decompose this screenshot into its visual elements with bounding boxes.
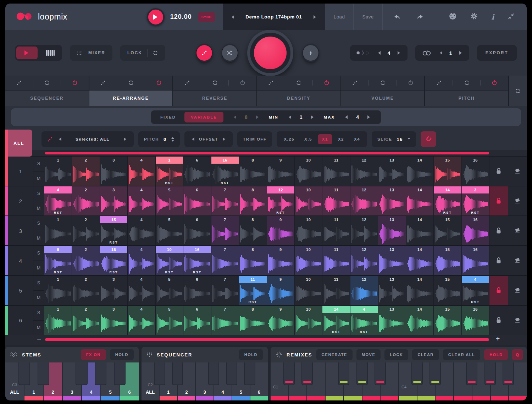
step-cell[interactable]: 2 — [72, 276, 99, 305]
step-cell[interactable]: 14 — [406, 186, 433, 215]
loop-keys-toggle[interactable] — [15, 45, 62, 61]
step-cell[interactable]: 10 — [294, 157, 322, 186]
power-icon[interactable] — [229, 80, 256, 86]
mute-button[interactable]: M — [33, 171, 44, 186]
power-icon[interactable] — [397, 80, 425, 86]
step-cell[interactable]: 2 — [72, 216, 99, 245]
dice-icon[interactable] — [257, 80, 285, 86]
preset-browser[interactable]: Demo Loop 174bpm 01 — [223, 4, 325, 30]
variable-button[interactable]: VARIABLE — [184, 112, 223, 122]
step-cell[interactable]: 8 — [239, 216, 266, 245]
step-cell[interactable]: 2 — [72, 246, 99, 275]
track-lock-button[interactable] — [489, 216, 508, 245]
step-cell[interactable]: 3RST — [461, 186, 489, 215]
magnet-button[interactable] — [421, 131, 436, 147]
refresh-all-button[interactable] — [509, 76, 527, 106]
black-key[interactable] — [503, 362, 514, 385]
slice-dropdown[interactable]: SLICE 16 — [372, 131, 416, 147]
step-cell[interactable]: 1 — [44, 216, 72, 245]
bpm-display[interactable]: 120.00 — [170, 13, 192, 21]
tab-sequencer[interactable]: SEQUENCER — [5, 76, 89, 106]
save-button[interactable]: Save — [354, 4, 382, 30]
tab-reverse[interactable]: REVERSE — [173, 76, 256, 106]
black-key[interactable] — [283, 362, 295, 385]
step-cell[interactable]: 7 — [211, 276, 239, 305]
variation-next-icon[interactable] — [398, 51, 402, 55]
step-cell[interactable]: 14 — [406, 306, 433, 335]
track-erase-button[interactable] — [508, 157, 527, 186]
midi-icon[interactable] — [449, 12, 457, 22]
export-button[interactable]: EXPORT — [477, 45, 517, 61]
step-cell[interactable]: 8 — [239, 157, 266, 186]
move-button[interactable]: MOVE — [356, 349, 381, 360]
mute-button[interactable]: M — [33, 320, 44, 335]
step-cell[interactable]: 9 — [267, 216, 294, 245]
step-cell[interactable]: 7 — [211, 216, 239, 245]
step-cell[interactable]: 13 — [378, 216, 405, 245]
step-cell[interactable]: 8 — [239, 306, 266, 335]
mute-button[interactable]: M — [33, 231, 44, 246]
preset-prev-icon[interactable] — [230, 15, 234, 19]
step-cell[interactable]: 5 — [155, 276, 183, 305]
step-cell[interactable]: 7 — [211, 246, 239, 275]
sync-button[interactable]: SYNC — [198, 12, 215, 22]
solo-button[interactable]: S — [33, 306, 44, 320]
info-icon[interactable]: i — [491, 13, 494, 21]
black-key[interactable] — [18, 362, 30, 385]
remix-hold-button[interactable]: HOLD — [484, 349, 508, 360]
black-key[interactable] — [38, 362, 49, 385]
step-cell[interactable]: 13 — [378, 157, 405, 186]
step-cell[interactable]: 4 — [127, 246, 155, 275]
mute-button[interactable]: M — [33, 290, 44, 305]
step-cell[interactable]: 10 — [294, 306, 322, 335]
step-cell[interactable]: 12 — [350, 186, 378, 215]
step-cell[interactable]: 11 — [322, 216, 350, 245]
step-cell[interactable]: 11 — [322, 157, 350, 186]
black-key[interactable] — [172, 362, 183, 385]
step-cell[interactable]: 1 — [44, 157, 72, 186]
track-erase-button[interactable] — [508, 216, 527, 245]
step-cell[interactable]: 1 — [44, 306, 72, 335]
black-key[interactable] — [466, 362, 477, 385]
track-erase-button[interactable] — [508, 306, 527, 335]
steps-prev-icon[interactable] — [232, 115, 236, 119]
step-cell[interactable]: 16RST — [211, 157, 239, 186]
step-cell[interactable]: 9 — [267, 276, 294, 305]
step-cell[interactable]: 13 — [378, 186, 405, 215]
step-cell[interactable]: 4RST — [44, 186, 72, 215]
step-cell[interactable]: 11RST — [239, 276, 266, 305]
step-cell[interactable]: 15 — [433, 216, 461, 245]
black-key[interactable] — [114, 362, 126, 385]
offset-stepper[interactable]: OFFSET — [184, 131, 233, 147]
pitch-updown-icon[interactable] — [171, 136, 174, 143]
fx-on-button[interactable]: FX ON — [81, 349, 106, 360]
step-cell[interactable]: 13 — [378, 276, 405, 305]
track-lock-button[interactable] — [489, 186, 508, 215]
step-cell[interactable]: 10RST — [155, 246, 183, 275]
black-key[interactable] — [154, 362, 165, 385]
power-icon[interactable] — [313, 80, 340, 86]
lock-button[interactable]: LOCK — [120, 45, 165, 61]
step-cell[interactable]: 6 — [183, 157, 211, 186]
clear-button[interactable]: CLEAR — [412, 349, 439, 360]
top-progress-bar[interactable] — [45, 152, 489, 154]
step-cell[interactable]: 4 — [127, 276, 155, 305]
step-cell[interactable]: 11 — [322, 246, 350, 275]
black-key[interactable] — [76, 362, 87, 385]
step-cell[interactable]: 14RST — [433, 186, 461, 215]
step-cell[interactable]: 10 — [294, 246, 322, 275]
step-cell[interactable]: 6 — [183, 276, 211, 305]
solo-button[interactable]: S — [33, 246, 44, 261]
clear-all-button[interactable]: CLEAR ALL — [443, 349, 480, 360]
step-cell[interactable]: 14 — [406, 276, 433, 305]
black-key[interactable] — [338, 362, 349, 385]
refresh-icon[interactable] — [369, 80, 397, 86]
black-key[interactable] — [226, 362, 238, 385]
step-cell[interactable]: 9 — [267, 157, 294, 186]
sequencer-hold-button[interactable]: HOLD — [239, 349, 263, 360]
step-cell[interactable]: 15 — [433, 157, 461, 186]
min-next-icon[interactable] — [311, 115, 315, 119]
step-cell[interactable]: 8 — [239, 246, 266, 275]
select-all-button[interactable]: ALL — [5, 130, 32, 157]
min-prev-icon[interactable] — [287, 115, 291, 119]
